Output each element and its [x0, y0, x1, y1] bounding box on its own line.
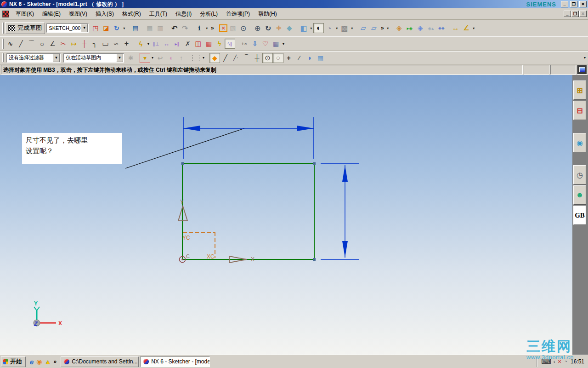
dropdown-arrow-icon[interactable]: ▾: [350, 26, 354, 30]
snap-center-icon[interactable]: [262, 53, 273, 63]
standards-palette-button[interactable]: GB: [573, 206, 586, 225]
snap-intersection-icon[interactable]: [252, 53, 262, 63]
taskbar-task-nx[interactable]: NX 6 - Sketcher - [model...: [140, 356, 210, 367]
keyboard-ime-icon[interactable]: ⌨: [541, 357, 551, 366]
dropdown-arrow-icon[interactable]: ▾: [146, 42, 151, 46]
fit-view-icon[interactable]: [219, 24, 227, 32]
tray-collapse-icon[interactable]: ‹: [554, 359, 555, 364]
perspective-icon[interactable]: [284, 23, 294, 33]
measure-angle-icon[interactable]: [461, 23, 471, 33]
save-icon[interactable]: [130, 23, 141, 33]
offset-curve-icon[interactable]: [239, 39, 249, 49]
copy-icon[interactable]: [144, 23, 155, 33]
constraint-navigator-icon[interactable]: [573, 101, 586, 120]
datum-plane2-icon[interactable]: [368, 23, 379, 33]
toolbar-options-dropdown-icon[interactable]: ▾: [582, 56, 587, 60]
dropdown-arrow-icon[interactable]: ▾: [385, 26, 390, 30]
snap-tangent-icon[interactable]: [241, 53, 252, 63]
child-minimize-button[interactable]: _: [564, 11, 571, 17]
sketch-name-combo[interactable]: SKETCH_000 ▼: [46, 23, 89, 33]
zoom-box-icon[interactable]: [227, 23, 238, 33]
studio-spline-icon[interactable]: [111, 39, 121, 49]
reattach-sketch-icon[interactable]: [90, 23, 101, 33]
quick-trim-icon[interactable]: [58, 39, 68, 49]
make-corner-icon[interactable]: [79, 39, 90, 49]
tray-icon-1[interactable]: ✕: [558, 359, 562, 365]
tray-icon-2[interactable]: ◔: [564, 358, 567, 365]
snap-datum-icon[interactable]: [315, 53, 326, 63]
role-palette-icon[interactable]: [394, 23, 404, 33]
roles-palette-icon[interactable]: [573, 185, 586, 205]
erase-preview-icon[interactable]: [165, 53, 176, 63]
marquee-icon[interactable]: [192, 55, 199, 61]
dropdown-arrow-icon[interactable]: ▾: [281, 42, 286, 46]
face-analysis-icon[interactable]: [324, 23, 334, 33]
snap-region-icon[interactable]: [140, 53, 150, 63]
start-button[interactable]: 开始: [1, 356, 26, 367]
menu-analysis[interactable]: 分析(L): [196, 9, 222, 19]
toolbar-overflow-icon[interactable]: »: [209, 25, 215, 31]
child-close-button[interactable]: ✕: [579, 11, 587, 17]
profile-icon[interactable]: [5, 39, 16, 49]
view-background-icon[interactable]: [339, 23, 350, 33]
toolbar-grip[interactable]: [2, 39, 4, 48]
vertical-dimension[interactable]: [321, 163, 359, 259]
sketch-name-dropdown-icon[interactable]: ▼: [81, 24, 88, 32]
internet-browser-icon[interactable]: [573, 133, 586, 152]
internet-explorer-icon[interactable]: e: [30, 358, 34, 366]
fit-curve-icon[interactable]: [260, 39, 271, 49]
taskbar-task-explorer[interactable]: C:\Documents and Settin...: [61, 356, 139, 367]
snap-point-on-curve-icon[interactable]: [294, 53, 305, 63]
visualize-shortcuts-icon[interactable]: [404, 23, 415, 33]
dropdown-arrow-icon[interactable]: ▾: [150, 56, 155, 60]
dropdown-arrow-icon[interactable]: ▾: [334, 26, 339, 30]
snap-endpoint-icon[interactable]: [220, 53, 231, 63]
snap-enable-icon[interactable]: [209, 53, 220, 63]
selection-filter-dropdown-icon[interactable]: ▼: [53, 54, 60, 62]
snap-existing-point-icon[interactable]: [283, 53, 294, 63]
show-all-constraints-icon[interactable]: [225, 39, 235, 49]
visualize-diamond-icon[interactable]: [415, 23, 425, 33]
snap-midpoint-icon[interactable]: [231, 53, 241, 63]
circle-icon[interactable]: [37, 39, 47, 49]
vertex-handle-bottom-right[interactable]: [313, 258, 316, 261]
raise-gray-icon[interactable]: [176, 53, 187, 63]
pan-icon[interactable]: [273, 23, 284, 33]
menu-edit[interactable]: 编辑(E): [38, 9, 65, 19]
shaded-mode-icon[interactable]: [313, 23, 324, 33]
update-model-icon[interactable]: [111, 23, 122, 33]
geometric-constraints-icon[interactable]: [151, 39, 161, 49]
close-button[interactable]: ✕: [579, 1, 587, 7]
datum-plane-icon[interactable]: [358, 23, 368, 33]
edit-section-icon[interactable]: [271, 39, 281, 49]
redo-icon[interactable]: [180, 23, 190, 33]
constraints-icon[interactable]: [136, 39, 146, 49]
zoom-in-out-icon[interactable]: [252, 23, 263, 33]
snap-point-on-face-icon[interactable]: [305, 53, 315, 63]
undo-icon[interactable]: [169, 23, 180, 33]
history-palette-icon[interactable]: [573, 165, 586, 184]
diamond-pair-icon[interactable]: [436, 23, 447, 33]
quick-launch-overflow-icon[interactable]: »: [53, 358, 57, 365]
toolbar-grip[interactable]: [2, 23, 4, 34]
point-icon[interactable]: [121, 39, 132, 49]
dropdown-arrow-icon[interactable]: ▾: [309, 26, 313, 30]
toolbar-grip[interactable]: [2, 53, 4, 62]
finish-sketch-button[interactable]: 完成草图: [5, 22, 45, 34]
menu-sketch[interactable]: 草图(K): [11, 9, 38, 19]
view-orient-icon[interactable]: [298, 23, 309, 33]
project-curve-icon[interactable]: [249, 39, 260, 49]
toolbar-overflow-icon[interactable]: »: [379, 25, 385, 31]
rectangle-icon[interactable]: [100, 39, 111, 49]
graphics-canvas[interactable]: 尺寸不见了，去哪里 设置呢？: [0, 75, 572, 355]
dropdown-arrow-icon[interactable]: ▾: [201, 56, 206, 60]
pattern-boxes-icon[interactable]: [204, 39, 214, 49]
mirror-curve-icon[interactable]: [193, 39, 204, 49]
snap-quadrant-icon[interactable]: [273, 53, 283, 63]
undo-snap-icon[interactable]: [155, 53, 165, 63]
derived-line-icon[interactable]: [47, 39, 58, 49]
menu-view[interactable]: 视图(V): [65, 9, 91, 19]
child-restore-button[interactable]: ❐: [571, 11, 579, 17]
assembly-navigator-icon[interactable]: [573, 80, 586, 100]
fillet-icon[interactable]: [90, 39, 100, 49]
